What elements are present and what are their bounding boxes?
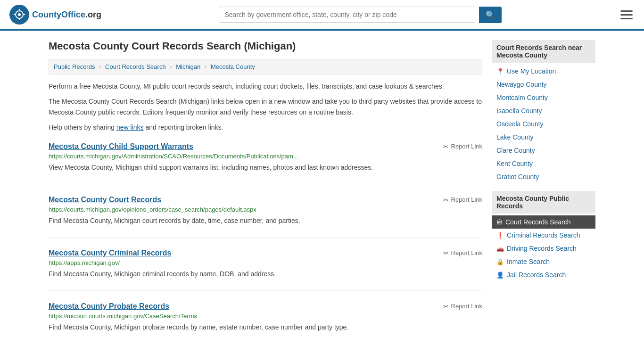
result-header: Mecosta County Probate Records ✂ Report …: [49, 302, 482, 311]
report-label: Report Link: [451, 303, 482, 310]
sidebar-link-label: Inmate Search: [507, 258, 550, 265]
hamburger-line: [620, 10, 633, 12]
location-pin-icon: 📍: [496, 68, 504, 75]
inmate-icon: 🔒: [496, 258, 504, 265]
result-title[interactable]: Mecosta County Criminal Records: [49, 249, 172, 257]
jail-icon: 👤: [496, 272, 504, 279]
report-label: Report Link: [451, 143, 482, 150]
logo-icon: [9, 5, 29, 25]
sidebar-osceola-county[interactable]: Osceola County: [492, 117, 595, 131]
result-item: Mecosta County Child Support Warrants ✂ …: [49, 142, 482, 184]
result-desc: Find Mecosta County, Michigan criminal r…: [49, 269, 482, 279]
search-button[interactable]: 🔍: [479, 7, 502, 23]
sidebar-inmate-search[interactable]: 🔒 Inmate Search: [492, 255, 595, 268]
sidebar-link-label: Clare County: [496, 147, 535, 154]
search-area: 🔍: [219, 7, 502, 23]
breadcrumb-sep: ›: [99, 63, 101, 70]
result-item: Mecosta County Criminal Records ✂ Report…: [49, 249, 482, 291]
sidebar-kent-county[interactable]: Kent County: [492, 157, 595, 170]
report-link[interactable]: ✂ Report Link: [443, 196, 482, 204]
sidebar-court-records-search[interactable]: 🏛 Court Records Search: [492, 215, 595, 229]
breadcrumb-michigan[interactable]: Michigan: [176, 63, 200, 70]
result-item: Mecosta County Court Records ✂ Report Li…: [49, 196, 482, 238]
report-label: Report Link: [451, 249, 482, 256]
report-link[interactable]: ✂ Report Link: [443, 143, 482, 150]
page-title: Mecosta County Court Records Search (Mic…: [49, 40, 482, 52]
breadcrumb-sep: ›: [205, 63, 206, 70]
hamburger-line: [620, 18, 633, 19]
logo-area: CountyOffice.org: [9, 5, 101, 25]
result-url[interactable]: https://apps.michigan.gov/: [49, 259, 482, 266]
result-desc: View Mecosta County, Michigan child supp…: [49, 163, 482, 173]
result-item: Mecosta County Probate Records ✂ Report …: [49, 302, 482, 344]
header: CountyOffice.org 🔍: [0, 0, 644, 31]
sidebar-isabella-county[interactable]: Isabella County: [492, 104, 595, 117]
hamburger-line: [620, 14, 633, 16]
sidebar-montcalm-county[interactable]: Montcalm County: [492, 91, 595, 104]
result-desc: Find Mecosta County, Michigan probate re…: [49, 322, 482, 332]
sidebar-link-label: Driving Records Search: [507, 245, 577, 252]
court-icon: 🏛: [496, 219, 503, 226]
main-container: Mecosta County Court Records Search (Mic…: [39, 31, 605, 362]
content: Mecosta County Court Records Search (Mic…: [49, 40, 482, 355]
result-url[interactable]: https://courts.michigan.gov/opinions_ord…: [49, 206, 482, 213]
sidebar-lake-county[interactable]: Lake County: [492, 131, 595, 144]
result-header: Mecosta County Criminal Records ✂ Report…: [49, 249, 482, 257]
menu-button[interactable]: [619, 8, 635, 21]
logo-text: CountyOffice.org: [32, 10, 101, 20]
search-icon: 🔍: [486, 11, 495, 19]
search-input[interactable]: [219, 7, 475, 23]
nearby-section: Court Records Search near Mecosta County…: [492, 40, 595, 183]
results: Mecosta County Child Support Warrants ✂ …: [49, 142, 482, 344]
nearby-section-title: Court Records Search near Mecosta County: [492, 40, 595, 63]
sidebar-newaygo-county[interactable]: Newaygo County: [492, 78, 595, 91]
report-link[interactable]: ✂ Report Link: [443, 249, 482, 257]
sidebar-link-label: Criminal Records Search: [507, 231, 580, 239]
sidebar: Court Records Search near Mecosta County…: [492, 40, 595, 355]
new-links-link[interactable]: new links: [116, 123, 144, 131]
breadcrumb-mecosta-county[interactable]: Mecosta County: [211, 63, 255, 70]
secondary-text: The Mecosta County Court Records Search …: [49, 96, 482, 117]
report-icon: ✂: [443, 249, 449, 257]
report-icon: ✂: [443, 196, 449, 204]
result-desc: Find Mecosta County, Michigan court reco…: [49, 216, 482, 226]
report-icon: ✂: [443, 303, 449, 310]
help-text: Help others by sharing new links and rep…: [49, 122, 482, 132]
public-records-section-title: Mecosta County Public Records: [492, 191, 595, 214]
result-title[interactable]: Mecosta County Court Records: [49, 196, 161, 204]
sidebar-link-label: Gratiot County: [496, 173, 539, 181]
report-icon: ✂: [443, 143, 449, 150]
logo-suffix: .org: [85, 10, 101, 19]
logo-name: CountyOffice: [32, 10, 85, 19]
sidebar-link-label: Montcalm County: [496, 94, 548, 101]
sidebar-use-my-location[interactable]: 📍 Use My Location: [492, 65, 595, 78]
sidebar-link-label: Newaygo County: [496, 81, 547, 88]
criminal-icon: ❗: [496, 232, 504, 239]
result-title[interactable]: Mecosta County Child Support Warrants: [49, 142, 193, 151]
result-header: Mecosta County Child Support Warrants ✂ …: [49, 142, 482, 151]
car-icon: 🚗: [496, 245, 504, 252]
result-header: Mecosta County Court Records ✂ Report Li…: [49, 196, 482, 204]
sidebar-link-label: Osceola County: [496, 120, 544, 128]
result-url[interactable]: https://micourt.courts.michigan.gov/Case…: [49, 313, 482, 320]
sidebar-link-label: Isabella County: [496, 107, 542, 115]
sidebar-link-label: Lake County: [496, 133, 534, 141]
result-title[interactable]: Mecosta County Probate Records: [49, 302, 169, 311]
sidebar-jail-records-search[interactable]: 👤 Jail Records Search: [492, 268, 595, 281]
svg-point-2: [18, 13, 21, 16]
sidebar-driving-records-search[interactable]: 🚗 Driving Records Search: [492, 242, 595, 255]
breadcrumb-public-records[interactable]: Public Records: [54, 63, 95, 70]
report-link[interactable]: ✂ Report Link: [443, 303, 482, 310]
breadcrumb-court-records-search[interactable]: Court Records Search: [105, 63, 166, 70]
sidebar-criminal-records-search[interactable]: ❗ Criminal Records Search: [492, 229, 595, 242]
help-before: Help others by sharing: [49, 123, 116, 131]
sidebar-gratiot-county[interactable]: Gratiot County: [492, 170, 595, 183]
result-url[interactable]: https://courts.michigan.gov/Administrati…: [49, 153, 482, 160]
sidebar-link-label: Court Records Search: [505, 218, 571, 226]
report-label: Report Link: [451, 196, 482, 203]
breadcrumb: Public Records › Court Records Search › …: [49, 59, 482, 74]
sidebar-link-label: Jail Records Search: [507, 271, 566, 279]
intro-text: Perform a free Mecosta County, MI public…: [49, 81, 482, 91]
sidebar-clare-county[interactable]: Clare County: [492, 144, 595, 157]
breadcrumb-sep: ›: [170, 63, 172, 70]
